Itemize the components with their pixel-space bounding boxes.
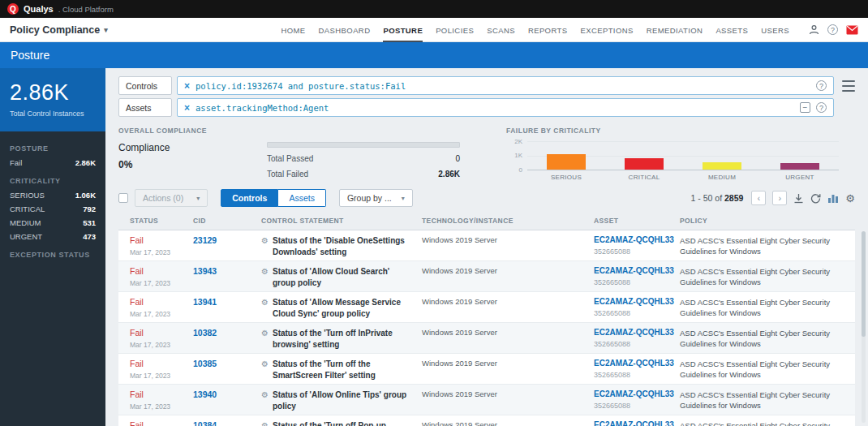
download-icon[interactable] — [793, 193, 804, 204]
prev-page-button[interactable]: ‹ — [751, 191, 766, 205]
status-fail[interactable]: Fail — [130, 359, 190, 368]
status-fail[interactable]: Fail — [130, 420, 190, 426]
actions-label: Actions (0) — [143, 193, 183, 203]
control-statement[interactable]: Status of the 'Disable OneSettings Downl… — [273, 235, 409, 257]
control-statement[interactable]: Status of the 'Turn off Pop-up Blocker' … — [273, 420, 409, 426]
cid-link[interactable]: 13940 — [190, 389, 258, 411]
sidebar-stat-serious[interactable]: SERIOUS1.06K — [10, 191, 96, 200]
control-icon: ⚙ — [261, 389, 269, 411]
technology-instance: Windows 2019 Server — [419, 389, 591, 411]
header-policy[interactable]: POLICY — [677, 217, 855, 225]
asset-id: 352665088 — [594, 402, 677, 410]
next-page-button[interactable]: › — [772, 191, 787, 205]
nav-item-policies[interactable]: POLICIES — [436, 18, 474, 42]
header-status[interactable]: STATUS — [118, 217, 190, 225]
asset-link[interactable]: EC2AMAZ-QCQHL33 — [594, 297, 677, 306]
cid-link[interactable]: 10382 — [190, 328, 258, 350]
table-header: STATUS CID CONTROL STATEMENT TECHNOLOGY/… — [118, 214, 855, 230]
clear-query-icon[interactable]: × — [184, 103, 190, 113]
nav-item-dashboard[interactable]: DASHBOARD — [319, 18, 371, 42]
nav-item-remediation[interactable]: REMEDIATION — [647, 18, 703, 42]
header-asset[interactable]: ASSET — [591, 217, 677, 225]
query-help-icon[interactable]: ? — [816, 102, 827, 113]
nav-item-assets[interactable]: ASSETS — [715, 18, 748, 42]
sidebar-stat-fail[interactable]: Fail2.86K — [10, 158, 96, 167]
settings-gear-icon[interactable]: ⚙ — [845, 192, 855, 204]
module-picker[interactable]: Policy Compliance ▾ — [10, 24, 108, 36]
header-cid[interactable]: CID — [190, 217, 258, 225]
cid-link[interactable]: 13943 — [190, 266, 258, 288]
chart-category-label: MEDIUM — [683, 170, 761, 181]
status-fail[interactable]: Fail — [130, 389, 190, 399]
cid-link[interactable]: 10385 — [190, 359, 258, 381]
status-fail[interactable]: Fail — [130, 297, 190, 307]
header-technology[interactable]: TECHNOLOGY/INSTANCE — [419, 217, 591, 225]
sidebar-sections: POSTUREFail2.86KCRITICALITYSERIOUS1.06KC… — [0, 131, 105, 426]
table-row[interactable]: Fail Mar 17, 2023 13940 ⚙ Status of 'All… — [118, 385, 855, 415]
nav-item-home[interactable]: HOME — [281, 18, 306, 42]
chart-bar-serious[interactable] — [547, 154, 586, 170]
control-statement[interactable]: Status of 'Allow Cloud Search' group pol… — [273, 266, 409, 288]
chart-bar-medium[interactable] — [703, 162, 741, 170]
group-by-dropdown[interactable]: Group by ... ▾ — [339, 189, 413, 207]
nav-item-exceptions[interactable]: EXCEPTIONS — [580, 18, 633, 42]
sidebar-stat-medium[interactable]: MEDIUM531 — [10, 218, 96, 227]
control-statement[interactable]: Status of 'Allow Online Tips' group poli… — [273, 389, 409, 411]
controls-view-button[interactable]: Controls — [221, 189, 278, 207]
qualys-logo-icon[interactable]: Q — [7, 3, 19, 15]
table-row[interactable]: Fail Mar 17, 2023 10384 ⚙ Status of the … — [118, 415, 855, 426]
collapse-icon[interactable]: − — [800, 102, 810, 113]
status-fail[interactable]: Fail — [130, 266, 190, 276]
nav-item-reports[interactable]: REPORTS — [528, 18, 568, 42]
chart-bar-urgent[interactable] — [780, 163, 819, 170]
nav-item-posture[interactable]: POSTURE — [383, 18, 423, 42]
query-help-icon[interactable]: ? — [816, 80, 827, 91]
status-fail[interactable]: Fail — [130, 235, 190, 245]
table-row[interactable]: Fail Mar 17, 2023 10385 ⚙ Status of the … — [118, 354, 855, 385]
pagination-info: 1 - 50 of 2859 — [691, 193, 744, 203]
vertical-scrollbar[interactable] — [862, 231, 866, 423]
asset-link[interactable]: EC2AMAZ-QCQHL33 — [594, 420, 677, 426]
control-icon: ⚙ — [261, 266, 269, 288]
nav-item-scans[interactable]: SCANS — [487, 18, 515, 42]
control-statement[interactable]: Status of 'Allow Message Service Cloud S… — [273, 297, 409, 319]
menu-icon[interactable] — [842, 80, 855, 92]
nav-icons: ? — [809, 24, 858, 35]
table-row[interactable]: Fail Mar 17, 2023 10382 ⚙ Status of the … — [118, 323, 855, 354]
asset-link[interactable]: EC2AMAZ-QCQHL33 — [594, 389, 677, 398]
table-row[interactable]: Fail Mar 17, 2023 23129 ⚙ Status of the … — [118, 230, 855, 261]
select-all-checkbox[interactable] — [118, 193, 128, 203]
asset-link[interactable]: EC2AMAZ-QCQHL33 — [594, 235, 677, 244]
sidebar-stat-urgent[interactable]: URGENT473 — [10, 232, 96, 241]
refresh-icon[interactable] — [810, 193, 821, 204]
asset-link[interactable]: EC2AMAZ-QCQHL33 — [594, 266, 677, 275]
header-control-statement[interactable]: CONTROL STATEMENT — [258, 217, 419, 225]
assets-view-button[interactable]: Assets — [278, 189, 326, 207]
table-row[interactable]: Fail Mar 17, 2023 13941 ⚙ Status of 'All… — [118, 292, 855, 323]
chart-bar-critical[interactable] — [625, 158, 664, 170]
control-statement[interactable]: Status of the 'Turn off InPrivate browsi… — [273, 328, 409, 350]
assets-search-row: Assets × asset.trackingMethod:Agent − ? — [118, 98, 855, 117]
notification-icon[interactable] — [846, 25, 858, 35]
chart-view-icon[interactable] — [827, 193, 839, 203]
actions-dropdown[interactable]: Actions (0) ▾ — [135, 189, 208, 207]
asset-link[interactable]: EC2AMAZ-QCQHL33 — [594, 359, 677, 368]
user-icon[interactable] — [809, 24, 819, 35]
clear-query-icon[interactable]: × — [184, 81, 190, 91]
chart-category-label: CRITICAL — [605, 170, 683, 181]
table-row[interactable]: Fail Mar 17, 2023 13943 ⚙ Status of 'All… — [118, 261, 855, 292]
control-statement[interactable]: Status of the 'Turn off the SmartScreen … — [273, 359, 409, 381]
help-icon[interactable]: ? — [827, 24, 838, 35]
asset-link[interactable]: EC2AMAZ-QCQHL33 — [594, 328, 677, 337]
controls-search-input[interactable]: × policy.id:1932674 and posture.status:F… — [177, 76, 834, 95]
sidebar-section: CRITICALITYSERIOUS1.06KCRITICAL792MEDIUM… — [10, 177, 96, 241]
assets-search-input[interactable]: × asset.trackingMethod:Agent − ? — [177, 98, 834, 117]
sidebar-stat-critical[interactable]: CRITICAL792 — [10, 204, 96, 213]
cid-link[interactable]: 10384 — [190, 420, 258, 426]
status-fail[interactable]: Fail — [130, 328, 190, 338]
nav-item-users[interactable]: USERS — [761, 18, 789, 42]
cid-link[interactable]: 23129 — [190, 235, 258, 257]
scrollbar-thumb[interactable] — [862, 231, 866, 337]
nav-bar: Policy Compliance ▾ HOMEDASHBOARDPOSTURE… — [0, 18, 868, 42]
cid-link[interactable]: 13941 — [190, 297, 258, 319]
